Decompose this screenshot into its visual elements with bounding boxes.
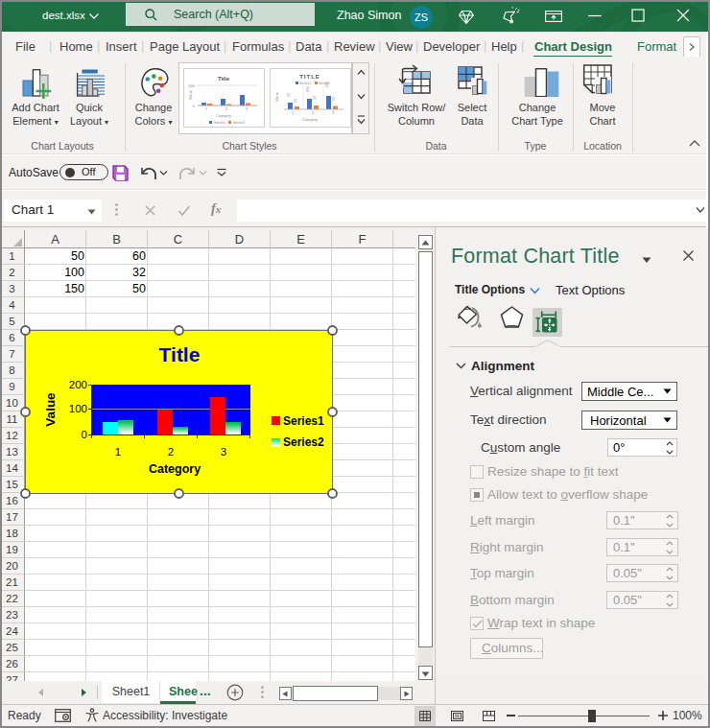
svg-text:Category: Category (216, 113, 231, 118)
svg-text:Category: Category (302, 117, 318, 122)
svg-text:Series2: Series2 (233, 121, 245, 125)
svg-text:150: 150 (325, 82, 329, 87)
svg-text:1: 1 (205, 106, 208, 111)
svg-text:Title: Title (218, 76, 230, 82)
svg-text:3: 3 (332, 110, 335, 115)
svg-text:Series1: Series1 (214, 121, 225, 125)
svg-text:50: 50 (332, 97, 336, 101)
svg-text:200: 200 (188, 83, 195, 88)
svg-text:Series1: Series1 (299, 82, 311, 85)
svg-text:2: 2 (312, 110, 315, 115)
svg-text:Value: Value (274, 91, 279, 102)
svg-text:0: 0 (193, 104, 196, 108)
svg-text:32: 32 (313, 96, 317, 100)
svg-text:50: 50 (287, 93, 291, 97)
svg-text:100: 100 (306, 86, 310, 92)
svg-text:3: 3 (246, 106, 248, 111)
svg-text:1: 1 (292, 110, 295, 115)
svg-text:TITLE: TITLE (299, 74, 320, 80)
svg-text:2: 2 (225, 106, 228, 111)
svg-text:Value: Value (188, 89, 193, 100)
svg-text:60: 60 (294, 99, 297, 103)
